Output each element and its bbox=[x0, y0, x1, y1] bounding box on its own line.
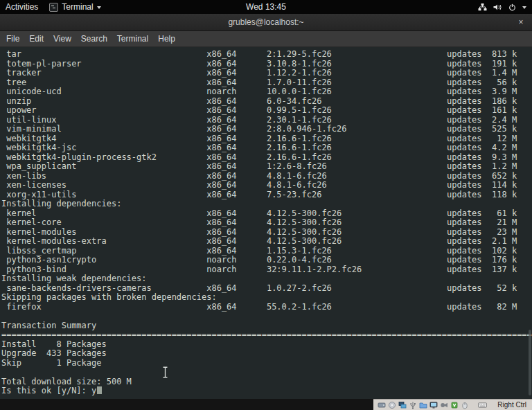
menu-help[interactable]: Help bbox=[153, 31, 180, 46]
volume-icon bbox=[493, 3, 502, 11]
terminal-line bbox=[1, 312, 532, 321]
terminal-line: Upgrade 433 Packages bbox=[1, 349, 532, 359]
features-icon[interactable] bbox=[450, 401, 459, 409]
terminal-line: Transaction Summary bbox=[1, 321, 532, 331]
terminal-line: Installing dependencies: bbox=[1, 199, 532, 209]
terminal-app-icon bbox=[49, 3, 58, 12]
chevron-down-icon bbox=[97, 6, 101, 9]
terminal-line: xen-licenses x86_64 4.8.1-6.fc26 updates… bbox=[1, 181, 532, 190]
screen: Activities Terminal Wed 13:45 bbox=[0, 0, 532, 410]
terminal-line: Skipping packages with broken dependenci… bbox=[1, 293, 532, 303]
terminal-line: kernel-modules x86_64 4.12.5-300.fc26 up… bbox=[1, 228, 532, 238]
top-bar-left: Activities Terminal bbox=[6, 2, 101, 12]
terminal-line: unicode-ucd noarch 10.0.0-1.fc26 updates… bbox=[1, 87, 532, 97]
terminal-line: totem-pl-parser x86_64 3.10.8-1.fc26 upd… bbox=[1, 60, 532, 69]
activities-button[interactable]: Activities bbox=[6, 2, 38, 12]
terminal-line: wpa_supplicant x86_64 1:2.6-8.fc26 updat… bbox=[1, 162, 532, 172]
chevron-down-icon bbox=[522, 6, 526, 9]
terminal-line: vim-minimal x86_64 2:8.0.946-1.fc26 upda… bbox=[1, 125, 532, 134]
window-title-bar[interactable]: grubles@localhost:~ × bbox=[0, 14, 532, 31]
terminal-line bbox=[1, 368, 532, 377]
mouse-integration-icon[interactable] bbox=[461, 401, 469, 409]
terminal-line: Total download size: 500 M bbox=[1, 377, 532, 387]
app-menu-label: Terminal bbox=[62, 2, 93, 12]
terminal-line: python3-bind noarch 32:9.11.1-2.P2.fc26 … bbox=[1, 265, 532, 275]
recording-icon[interactable] bbox=[440, 401, 448, 409]
app-menu-button[interactable]: Terminal bbox=[49, 2, 100, 12]
terminal-line: kernel-modules-extra x86_64 4.12.5-300.f… bbox=[1, 237, 532, 247]
terminal-line: xorg-x11-utils x86_64 7.5-23.fc26 update… bbox=[1, 190, 532, 200]
terminal-line: ========================================… bbox=[1, 330, 532, 340]
keyboard-icon[interactable] bbox=[478, 401, 487, 409]
network-adapter-icon[interactable] bbox=[398, 401, 407, 409]
vm-status-bar: Right Ctrl bbox=[0, 399, 532, 410]
scrollbar-thumb[interactable] bbox=[529, 330, 531, 395]
terminal-line: webkitgtk4-plugin-process-gtk2 x86_64 2.… bbox=[1, 153, 532, 163]
mouse-cursor-ibeam bbox=[161, 366, 169, 378]
terminal-line: webkitgtk4 x86_64 2.16.6-1.fc26 updates … bbox=[1, 134, 532, 144]
network-icon bbox=[478, 3, 487, 11]
menu-edit[interactable]: Edit bbox=[24, 31, 48, 46]
window-title: grubles@localhost:~ bbox=[228, 17, 303, 27]
terminal-line: Installing weak dependencies: bbox=[1, 274, 532, 284]
terminal-output: tar x86_64 2:1.29-5.fc26 updates 813 k t… bbox=[0, 47, 532, 396]
display-icon[interactable] bbox=[429, 401, 438, 409]
clock[interactable]: Wed 13:45 bbox=[246, 0, 286, 14]
terminal-line: upower x86_64 0.99.5-1.fc26 updates 161 … bbox=[1, 106, 532, 116]
terminal-line: tracker x86_64 1.12.2-1.fc26 updates 1.4… bbox=[1, 69, 532, 78]
terminal-line: libsss_certmap x86_64 1.15.3-1.fc26 upda… bbox=[1, 247, 532, 256]
power-icon bbox=[508, 3, 516, 11]
terminal-line: webkitgtk4-jsc x86_64 2.16.6-1.fc26 upda… bbox=[1, 143, 532, 153]
text-cursor bbox=[97, 386, 102, 394]
terminal-line: tar x86_64 2:1.29-5.fc26 updates 813 k bbox=[1, 50, 532, 60]
terminal-line: firefox x86_64 55.0.2-1.fc26 updates 82 … bbox=[1, 303, 532, 312]
menu-bar: File Edit View Search Terminal Help bbox=[0, 31, 532, 47]
terminal-line: sane-backends-drivers-cameras x86_64 1.0… bbox=[1, 284, 532, 294]
terminal-line: Is this ok [y/N]: y bbox=[1, 386, 532, 396]
close-button[interactable]: × bbox=[515, 17, 526, 28]
terminal-line: tree x86_64 1.7.0-11.fc26 updates 56 k bbox=[1, 78, 532, 88]
menu-file[interactable]: File bbox=[1, 31, 24, 46]
menu-search[interactable]: Search bbox=[76, 31, 112, 46]
optical-disk-icon[interactable] bbox=[388, 401, 396, 409]
terminal-line: unzip x86_64 6.0-34.fc26 updates 186 k bbox=[1, 97, 532, 107]
terminal-line: util-linux x86_64 2.30.1-1.fc26 updates … bbox=[1, 116, 532, 125]
terminal-line: kernel-core x86_64 4.12.5-300.fc26 updat… bbox=[1, 218, 532, 228]
terminal-line: kernel x86_64 4.12.5-300.fc26 updates 61… bbox=[1, 209, 532, 219]
usb-icon[interactable] bbox=[409, 401, 417, 409]
menu-view[interactable]: View bbox=[48, 31, 76, 46]
terminal-line: Skip 1 Package bbox=[1, 359, 532, 368]
shared-folders-icon[interactable] bbox=[419, 401, 427, 409]
terminal-line: Install 8 Packages bbox=[1, 340, 532, 350]
gnome-top-bar: Activities Terminal Wed 13:45 bbox=[0, 0, 532, 14]
terminal-line: xen-libs x86_64 4.8.1-6.fc26 updates 652… bbox=[1, 172, 532, 181]
host-key-label: Right Ctrl bbox=[497, 401, 526, 409]
terminal-line: python3-asn1crypto noarch 0.22.0-4.fc26 … bbox=[1, 256, 532, 265]
menu-terminal[interactable]: Terminal bbox=[112, 31, 153, 46]
vm-status-panel: Right Ctrl bbox=[373, 399, 532, 410]
hard-disk-icon[interactable] bbox=[378, 401, 386, 409]
terminal-screen[interactable]: tar x86_64 2:1.29-5.fc26 updates 813 k t… bbox=[0, 47, 532, 399]
system-status-area[interactable] bbox=[478, 0, 526, 14]
close-icon: × bbox=[518, 17, 523, 27]
